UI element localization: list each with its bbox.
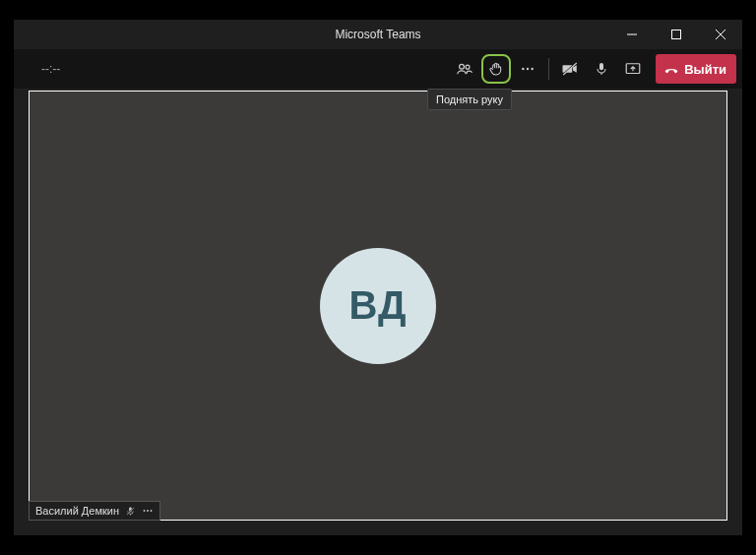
video-stage: ВД [29, 91, 727, 521]
minimize-button[interactable] [609, 20, 654, 49]
window-controls [609, 20, 742, 49]
participant-name: Василий Демкин [35, 505, 119, 517]
leave-button[interactable]: Выйти [656, 54, 736, 84]
window-title: Microsoft Teams [335, 28, 420, 41]
titlebar: Microsoft Teams [14, 20, 742, 49]
app-window: Microsoft Teams --:-- [14, 20, 742, 535]
svg-rect-1 [671, 31, 680, 39]
svg-point-5 [466, 65, 470, 69]
mic-muted-icon [125, 506, 136, 517]
raise-hand-button[interactable] [481, 54, 511, 84]
participant-label[interactable]: Василий Демкин [29, 501, 160, 521]
people-icon [456, 60, 473, 78]
hangup-icon [663, 61, 679, 77]
share-icon [624, 60, 642, 78]
camera-button[interactable] [555, 54, 585, 84]
svg-point-18 [144, 510, 146, 512]
microphone-button[interactable] [587, 54, 616, 84]
camera-off-icon [561, 60, 579, 78]
microphone-icon [594, 61, 609, 77]
share-screen-button[interactable] [618, 54, 648, 84]
toolbar-divider [548, 58, 549, 80]
maximize-button[interactable] [654, 20, 698, 49]
svg-point-4 [460, 64, 465, 69]
ellipsis-icon [520, 61, 536, 77]
svg-point-7 [527, 68, 529, 70]
svg-rect-11 [599, 63, 603, 70]
svg-point-6 [522, 68, 524, 70]
leave-label: Выйти [684, 62, 726, 77]
svg-point-20 [151, 510, 153, 512]
call-toolbar: --:-- [14, 49, 742, 89]
svg-point-8 [532, 68, 534, 70]
raise-hand-tooltip: Поднять руку [427, 89, 512, 110]
close-button[interactable] [698, 20, 742, 49]
people-button[interactable] [450, 54, 479, 84]
call-timer: --:-- [41, 62, 60, 76]
svg-point-19 [147, 510, 149, 512]
participant-more-icon[interactable] [142, 505, 154, 517]
toolbar-actions: Выйти [450, 54, 736, 84]
hand-icon [488, 61, 504, 77]
avatar-initials: ВД [349, 283, 408, 328]
avatar: ВД [320, 248, 436, 364]
more-options-button[interactable] [513, 54, 542, 84]
